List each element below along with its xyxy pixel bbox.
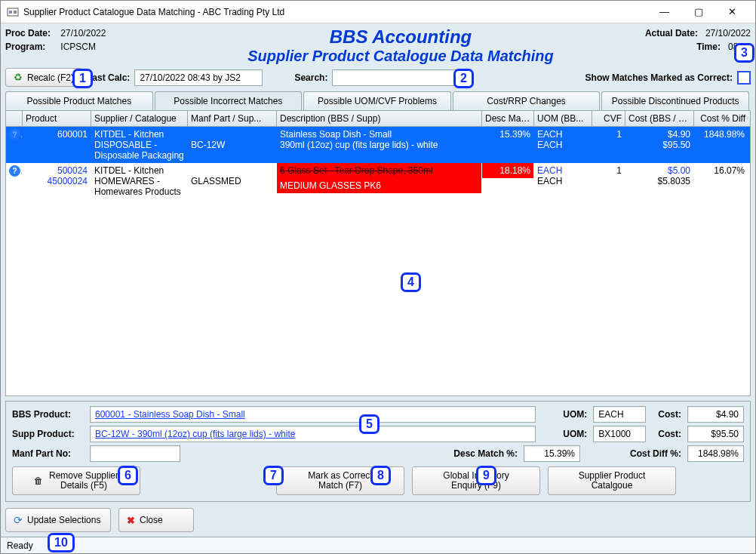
bbs-uom-field[interactable]: [593, 406, 646, 423]
trash-icon: 🗑: [34, 476, 43, 486]
cell-desc: Stainless Soap Dish - Small 390ml (12oz)…: [277, 127, 482, 163]
remove-supplier-label: Remove Supplier Details (F5): [49, 471, 118, 491]
supp-product-field[interactable]: [90, 426, 536, 442]
column-product[interactable]: Product: [23, 111, 91, 126]
proc-date-label: Proc Date:: [5, 26, 58, 40]
update-selections-label: Update Selections: [27, 515, 100, 525]
tab-cost-rrp[interactable]: Cost/RRP Changes: [453, 91, 601, 110]
help-icon[interactable]: ?: [9, 165, 20, 177]
program-value: ICPSCM: [60, 42, 96, 52]
app-icon: [7, 6, 19, 18]
cell-supplier: KITDEL - Kitchen DISPOSABLE - Disposable…: [91, 127, 188, 163]
tab-bar: Possible Product Matches Possible Incorr…: [5, 91, 751, 110]
bbs-uom-label: UOM:: [563, 409, 587, 420]
column-indicator[interactable]: [6, 111, 23, 126]
status-text: Ready: [7, 540, 33, 551]
supplier-catalogue-label: Supplier Product Catalgoue: [579, 471, 646, 491]
last-calc-label: Last Calc:: [87, 72, 130, 83]
desc-match-field[interactable]: [524, 445, 580, 462]
mark-correct-button[interactable]: Mark as Correct Match (F7): [276, 466, 404, 495]
bbs-product-field[interactable]: [90, 406, 536, 423]
maximise-button[interactable]: ▢: [681, 2, 715, 23]
close-window-button[interactable]: ✕: [715, 2, 749, 23]
program-label: Program:: [5, 40, 58, 54]
data-grid: Product Supplier / Catalogue Manf Part /…: [5, 110, 751, 396]
remove-supplier-button[interactable]: 🗑 Remove Supplier Details (F5): [12, 466, 140, 495]
cell-cvf: 1: [592, 127, 625, 163]
cell-cvf: 1: [592, 163, 625, 199]
table-row[interactable]: ? 500024 45000024 KITDEL - Kitchen HOMEW…: [6, 163, 750, 199]
window-title: Supplier Product Catalogue Data Matching…: [23, 7, 647, 17]
search-label: Search:: [294, 72, 327, 83]
tab-discontinued[interactable]: Possible Discontinued Products: [601, 91, 749, 110]
cell-manf: GLASSMED: [188, 163, 277, 199]
details-panel: BBS Product: UOM: Cost: Supp Product: UO…: [5, 401, 751, 502]
cell-product: 500024 45000024: [23, 163, 91, 199]
cell-cost: $5.00 $5.8035: [625, 163, 694, 199]
cell-product: 600001: [23, 127, 91, 163]
close-icon: ✖: [127, 515, 135, 526]
column-uom[interactable]: UOM (BB...: [534, 111, 592, 126]
help-icon[interactable]: ?: [9, 129, 20, 140]
update-selections-button[interactable]: ⟳ Update Selections: [5, 508, 111, 532]
cell-manf: BC-12W: [188, 127, 277, 163]
table-row[interactable]: ? 600001 KITDEL - Kitchen DISPOSABLE - D…: [6, 127, 750, 163]
close-button[interactable]: ✖ Close: [118, 508, 194, 532]
manf-part-label: Manf Part No:: [12, 448, 84, 459]
manf-part-field[interactable]: [90, 445, 180, 462]
cell-uom: EACH EACH: [534, 127, 592, 163]
proc-date-value: 27/10/2022: [60, 28, 106, 38]
column-supplier[interactable]: Supplier / Catalogue: [91, 111, 188, 126]
bbs-product-label: BBS Product:: [12, 409, 84, 420]
cell-supplier: KITDEL - Kitchen HOMEWARES - Homewares P…: [91, 163, 188, 199]
app-title-1: BBS Accounting: [201, 26, 600, 48]
tab-possible-incorrect[interactable]: Possible Incorrect Matches: [155, 91, 303, 110]
cell-uom: EACH EACH: [534, 163, 592, 199]
column-desc-match[interactable]: Desc Mat...: [482, 111, 534, 126]
cell-desc-match: 15.39%: [482, 127, 534, 163]
supp-product-label: Supp Product:: [12, 429, 84, 439]
svg-rect-2: [14, 11, 17, 14]
desc-match-label: Desc Match %:: [453, 448, 518, 459]
cost-diff-label: Cost Diff %:: [630, 448, 681, 459]
column-cost[interactable]: Cost (BBS / S...: [625, 111, 694, 126]
supp-cost-label: Cost:: [658, 429, 681, 439]
recalc-label: Recalc (F2): [27, 72, 74, 83]
supp-uom-label: UOM:: [563, 429, 587, 439]
cell-cost-diff: 1848.98%: [694, 127, 748, 163]
tab-uom-cvf[interactable]: Possible UOM/CVF Problems: [303, 91, 451, 110]
column-manf[interactable]: Manf Part / Sup...: [188, 111, 277, 126]
actual-date-label: Actual Date:: [645, 26, 698, 40]
status-bar: Ready: [1, 537, 755, 553]
cell-desc-match: 18.18%: [482, 163, 534, 199]
global-enquiry-button[interactable]: Global Inventory Enquiry (F9): [412, 466, 540, 495]
recalc-button[interactable]: ♻ Recalc (F2): [5, 68, 82, 87]
show-matches-checkbox[interactable]: [737, 71, 751, 85]
show-matches-label: Show Matches Marked as Correct:: [585, 72, 733, 83]
time-value: 08:42: [728, 42, 751, 52]
global-enquiry-label: Global Inventory Enquiry (F9): [443, 471, 509, 491]
column-cost-diff[interactable]: Cost % Diff: [694, 111, 748, 126]
cost-diff-field[interactable]: [687, 445, 744, 462]
svg-rect-1: [9, 11, 12, 14]
cell-cost: $4.90 $95.50: [625, 127, 694, 163]
cell-desc: 6 Glass Set - Tear Drop Shape, 350ml MED…: [277, 163, 482, 199]
tab-possible-matches[interactable]: Possible Product Matches: [5, 91, 153, 110]
supplier-catalogue-button[interactable]: Supplier Product Catalgoue: [548, 466, 676, 495]
mark-correct-label: Mark as Correct Match (F7): [308, 471, 372, 491]
column-desc[interactable]: Description (BBS / Supp): [277, 111, 482, 126]
time-label: Time:: [696, 40, 721, 54]
grid-header: Product Supplier / Catalogue Manf Part /…: [6, 111, 750, 127]
supp-uom-field[interactable]: [593, 426, 646, 442]
supp-cost-field[interactable]: [687, 426, 744, 442]
last-calc-field[interactable]: [134, 69, 263, 86]
bbs-cost-field[interactable]: [687, 406, 744, 423]
actual-date-value: 27/10/2022: [705, 28, 751, 38]
app-title-2: Supplier Product Catalogue Data Matching: [201, 48, 600, 65]
search-input[interactable]: [332, 69, 460, 86]
bbs-cost-label: Cost:: [658, 409, 681, 420]
column-cvf[interactable]: CVF: [592, 111, 625, 126]
cell-cost-diff: 16.07%: [694, 163, 748, 199]
minimise-button[interactable]: —: [647, 2, 681, 23]
close-label: Close: [140, 515, 163, 525]
